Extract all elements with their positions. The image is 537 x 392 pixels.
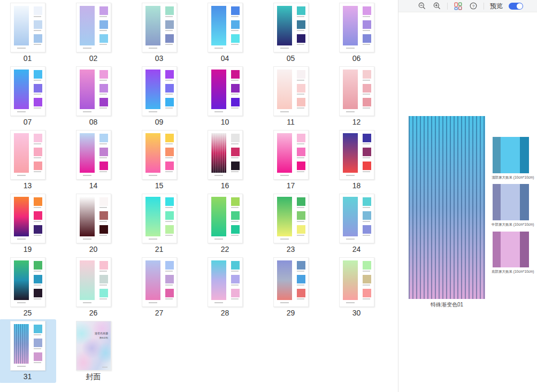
swatch-square <box>363 211 371 220</box>
swatch-square <box>34 98 42 106</box>
swatch-caption-line <box>34 235 41 236</box>
slide-canvas <box>339 194 374 243</box>
swatch-square <box>231 225 240 234</box>
help-button[interactable]: ? <box>469 2 478 11</box>
middle-zoom-swatch <box>493 184 529 220</box>
slide-thumbnail-18[interactable]: 18 <box>328 128 385 192</box>
slide-canvas <box>273 3 309 52</box>
slide-thumbnail-06[interactable]: 06 <box>328 1 385 65</box>
swatch-square <box>297 84 305 93</box>
gradient-bar <box>80 197 95 236</box>
swatch-square <box>99 134 108 142</box>
swatch-caption-line <box>363 30 370 31</box>
swatch-column <box>297 70 305 112</box>
swatch-caption-line <box>231 16 239 17</box>
slide-thumbnail-23[interactable]: 23 <box>263 192 319 256</box>
slide-thumbnail-16[interactable]: 16 <box>197 128 254 192</box>
slide-canvas <box>76 257 111 307</box>
slide-thumbnail-01[interactable]: 01 <box>0 1 56 65</box>
swatch-caption-line <box>297 143 304 144</box>
slide-thumbnail-17[interactable]: 17 <box>263 128 319 192</box>
swatch-square <box>363 148 371 156</box>
gradient-bar <box>211 197 226 236</box>
swatch-caption-line <box>34 80 41 81</box>
slide-thumbnail-08[interactable]: 08 <box>65 65 122 128</box>
slide-canvas <box>142 66 177 116</box>
slide-thumbnail-09[interactable]: 09 <box>131 65 188 128</box>
slide-thumbnail-20[interactable]: 20 <box>65 192 122 256</box>
swatch-square <box>165 197 174 206</box>
gradient-bar <box>145 6 160 45</box>
swatch-right-band <box>520 184 529 220</box>
cover-thumbnail[interactable]: 渐变色画册颜色定制 封面 <box>65 319 122 383</box>
slide-thumbnail-24[interactable]: 24 <box>328 192 385 256</box>
swatch-caption-line <box>297 44 304 45</box>
slide-thumbnail-12[interactable]: 12 <box>328 65 385 128</box>
slide-thumbnail-19[interactable]: 19 <box>0 192 56 256</box>
swatch-caption-line <box>363 298 370 299</box>
swatch-caption-line <box>231 143 239 144</box>
slide-thumbnail-03[interactable]: 03 <box>131 1 188 65</box>
swatch-caption-line <box>34 143 41 144</box>
gradient-bar <box>14 133 29 173</box>
slide-thumbnail-02[interactable]: 02 <box>65 1 122 65</box>
swatch-center-band <box>501 184 520 220</box>
gradient-bar <box>145 70 160 109</box>
slide-thumbnail-28[interactable]: 28 <box>197 256 254 319</box>
slide-canvas <box>273 130 309 180</box>
slide-canvas <box>339 257 374 307</box>
swatch-caption-line <box>165 285 173 286</box>
slide-canvas <box>273 194 309 243</box>
slide-number-label: 03 <box>155 54 164 63</box>
swatch-column <box>99 134 108 175</box>
slide-thumbnail-04[interactable]: 04 <box>197 1 254 65</box>
slide-canvas <box>10 257 45 307</box>
swatch-caption-line <box>231 157 239 158</box>
swatch-left-band <box>493 137 501 173</box>
swatch-square <box>165 84 174 93</box>
slide-thumbnail-13[interactable]: 13 <box>0 128 56 192</box>
swatch-column <box>99 70 108 112</box>
gradient-bar <box>277 133 292 173</box>
swatch-square <box>363 225 371 234</box>
swatch-square <box>99 162 108 170</box>
swatch-caption-line <box>231 171 239 172</box>
slide-thumbnail-11[interactable]: 11 <box>263 65 319 128</box>
swatch-square <box>297 225 305 234</box>
slide-thumbnail-27[interactable]: 27 <box>131 256 188 319</box>
swatch-square <box>297 261 305 270</box>
swatch-square <box>165 20 174 29</box>
swatch-caption-line <box>231 207 239 208</box>
slide-thumbnail-14[interactable]: 14 <box>65 128 122 192</box>
presentation-overview-window: 01 02 <box>0 0 537 392</box>
swatch-caption-line <box>99 207 107 208</box>
swatch-square <box>231 197 240 206</box>
swatch-square <box>231 70 240 79</box>
slide-thumbnail-05[interactable]: 05 <box>263 1 319 65</box>
swatch-column <box>165 197 174 239</box>
slide-thumbnail-29[interactable]: 29 <box>263 256 319 319</box>
swatch-caption-line <box>363 16 370 17</box>
slide-thumbnail-10[interactable]: 10 <box>197 65 254 128</box>
gradient-bar <box>80 6 95 45</box>
components-button[interactable] <box>454 2 463 11</box>
zoom-out-button[interactable] <box>417 2 426 11</box>
slide-thumbnail-21[interactable]: 21 <box>131 192 188 256</box>
slide-thumbnail-07[interactable]: 07 <box>0 65 56 128</box>
slide-thumbnail-25[interactable]: 25 <box>0 256 56 319</box>
slide-thumbnail-15[interactable]: 15 <box>131 128 188 192</box>
swatch-caption-line <box>363 80 370 81</box>
gradient-bar <box>343 197 358 236</box>
zoom-in-button[interactable] <box>432 2 441 11</box>
slide-thumbnail-26[interactable]: 26 <box>65 256 122 319</box>
slide-canvas <box>10 3 45 52</box>
swatch-caption-line <box>99 94 107 95</box>
slide-thumbnail-22[interactable]: 22 <box>197 192 254 256</box>
bar-caption-line <box>149 239 157 240</box>
slide-thumbnail-31[interactable]: 31 <box>0 319 56 383</box>
gradient-bar <box>343 133 358 173</box>
bottom-zoom-swatch <box>493 232 529 267</box>
preview-toggle[interactable] <box>509 3 523 10</box>
slide-thumbnail-30[interactable]: 30 <box>328 256 385 319</box>
swatch-square <box>231 134 240 142</box>
